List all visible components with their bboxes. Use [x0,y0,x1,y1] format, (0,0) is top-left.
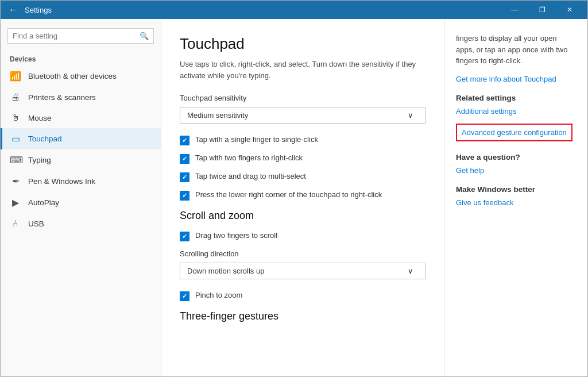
bluetooth-icon: 📶 [10,71,21,82]
checkbox-icon[interactable] [180,136,189,145]
restore-icon: ❐ [539,6,546,14]
make-windows-section: Make Windows better Give us feedback [456,185,576,207]
sidebar-section-label: Devices [1,51,161,66]
chevron-down-icon: ∨ [408,267,413,275]
minimize-button[interactable]: — [501,1,528,19]
related-settings-title: Related settings [456,94,576,102]
checkbox-icon[interactable] [180,232,189,241]
search-input[interactable] [13,32,140,40]
minimize-icon: — [511,6,518,14]
checkbox-label: Tap with two fingers to right-click [195,153,303,162]
additional-settings-link[interactable]: Additional settings [456,107,517,116]
back-button[interactable]: ← [5,2,21,18]
sidebar-item-label: Pen & Windows Ink [28,177,95,186]
autoplay-icon: ▶ [10,197,21,208]
settings-window: ← Settings — ❐ ✕ 🔍 Devices 📶 Bluetoo [0,0,588,377]
checkbox-single-click[interactable]: Tap with a single finger to single-click [180,135,425,145]
more-info-link[interactable]: Get more info about Touchpad [456,75,556,83]
sidebar-item-label: Printers & scanners [28,93,96,102]
sidebar-item-pen[interactable]: ✒ Pen & Windows Ink [1,171,161,192]
scrolling-direction-label: Scrolling direction [180,249,425,258]
sidebar-item-label: USB [28,220,44,228]
get-help-link[interactable]: Get help [456,166,484,175]
back-icon: ← [9,5,18,15]
advanced-gesture-link[interactable]: Advanced gesture configuration [462,128,567,137]
sidebar-item-label: AutoPlay [28,198,59,207]
sidebar-item-bluetooth[interactable]: 📶 Bluetooth & other devices [1,66,161,87]
restore-button[interactable]: ❐ [529,1,555,19]
main-content: Touchpad Use taps to click, right-click,… [161,19,444,376]
checkbox-icon[interactable] [180,154,189,164]
printer-icon: 🖨 [10,92,21,102]
usb-icon: ⑃ [10,218,21,229]
touchpad-icon: ▭ [10,133,21,144]
sidebar-item-printers[interactable]: 🖨 Printers & scanners [1,87,161,107]
sidebar-item-label: Touchpad [28,134,62,143]
checkbox-label: Pinch to zoom [195,291,242,299]
titlebar-title: Settings [25,6,501,14]
scrolling-direction-value: Down motion scrolls up [187,267,264,275]
checkbox-pinch-zoom[interactable]: Pinch to zoom [180,291,425,301]
sidebar-item-autoplay[interactable]: ▶ AutoPlay [1,192,161,213]
have-question-title: Have a question? [456,153,576,161]
titlebar-controls: — ❐ ✕ [501,1,583,19]
sidebar-item-touchpad[interactable]: ▭ Touchpad [1,128,161,149]
have-question-section: Have a question? Get help [456,153,576,175]
page-title: Touchpad [180,35,425,53]
checkbox-label: Tap with a single finger to single-click [195,135,318,144]
scrolling-direction-dropdown[interactable]: Down motion scrolls up ∨ [180,263,425,279]
page-description: Use taps to click, right-click, and sele… [180,59,425,81]
right-panel: fingers to display all your open apps, o… [444,19,587,376]
sensitivity-value: Medium sensitivity [187,111,248,120]
sidebar-item-typing[interactable]: ⌨ Typing [1,149,161,171]
search-box[interactable]: 🔍 [7,28,154,44]
sidebar-item-usb[interactable]: ⑃ USB [1,213,161,234]
close-icon: ✕ [567,6,572,14]
checkbox-lower-right[interactable]: Press the lower right corner of the touc… [180,190,425,201]
advanced-gesture-box[interactable]: Advanced gesture configuration [456,124,572,141]
typing-icon: ⌨ [10,155,21,166]
sidebar-item-label: Bluetooth & other devices [28,72,117,80]
checkbox-icon[interactable] [180,291,189,301]
pen-icon: ✒ [10,176,21,187]
sidebar-item-label: Mouse [28,114,52,122]
give-feedback-link[interactable]: Give us feedback [456,198,513,207]
titlebar: ← Settings — ❐ ✕ [1,1,587,19]
checkbox-label: Press the lower right corner of the touc… [195,190,382,199]
right-panel-description: fingers to display all your open apps, o… [456,33,576,67]
checkbox-label: Drag two fingers to scroll [195,231,277,240]
checkbox-drag-scroll[interactable]: Drag two fingers to scroll [180,231,425,241]
mouse-icon: 🖱 [10,113,21,123]
three-finger-title: Three-finger gestures [180,310,425,322]
sidebar-item-mouse[interactable]: 🖱 Mouse [1,107,161,128]
scroll-zoom-title: Scroll and zoom [180,210,425,222]
checkbox-right-click[interactable]: Tap with two fingers to right-click [180,153,425,164]
checkbox-icon[interactable] [180,172,189,182]
checkbox-icon[interactable] [180,191,189,201]
make-windows-title: Make Windows better [456,185,576,194]
main-layout: 🔍 Devices 📶 Bluetooth & other devices 🖨 … [1,19,587,376]
sidebar-item-label: Typing [28,156,51,164]
checkbox-multi-select[interactable]: Tap twice and drag to multi-select [180,172,425,182]
checkbox-label: Tap twice and drag to multi-select [195,172,306,180]
sensitivity-dropdown[interactable]: Medium sensitivity ∨ [180,107,425,124]
close-button[interactable]: ✕ [556,1,583,19]
search-icon: 🔍 [140,32,149,40]
sensitivity-label: Touchpad sensitivity [180,94,425,102]
chevron-down-icon: ∨ [408,111,413,120]
sidebar: 🔍 Devices 📶 Bluetooth & other devices 🖨 … [1,19,161,376]
